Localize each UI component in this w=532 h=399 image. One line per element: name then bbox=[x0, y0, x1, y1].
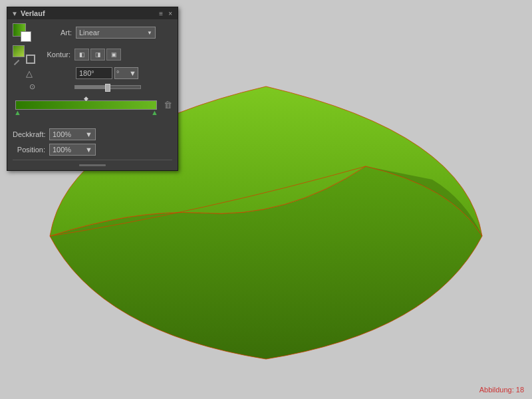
angle-input[interactable] bbox=[76, 67, 112, 79]
art-label: Art: bbox=[39, 29, 76, 37]
kontur-btn-2[interactable]: ◨ bbox=[90, 49, 105, 61]
gradient-stop-left[interactable]: ▲ bbox=[14, 108, 21, 116]
art-row: Art: Linear ▼ bbox=[13, 23, 172, 42]
gradient-bar[interactable] bbox=[15, 100, 157, 110]
gradient-delete-btn[interactable]: 🗑 bbox=[164, 100, 172, 110]
kontur-row: Kontur: ◧ ◨ ▣ bbox=[13, 45, 172, 64]
angle-row: △ ° ▼ bbox=[13, 67, 172, 79]
deckkraft-row: Deckkraft: 100% ▼ bbox=[13, 128, 172, 140]
deckkraft-control: 100% ▼ bbox=[49, 128, 172, 140]
kontur-label: Kontur: bbox=[38, 51, 74, 59]
kontur-btn-3[interactable]: ▣ bbox=[106, 49, 121, 61]
gradient-midpoint[interactable]: ◆ bbox=[84, 95, 88, 102]
resize-handle[interactable] bbox=[79, 164, 106, 166]
art-select[interactable]: Linear ▼ bbox=[76, 27, 156, 39]
gradient-preview[interactable] bbox=[13, 23, 31, 42]
titlebar-left: ▼ Verlauf bbox=[11, 9, 45, 17]
figure-caption-text: Abbildung: 18 bbox=[479, 386, 524, 394]
panel-titlebar[interactable]: ▼ Verlauf ≡ × bbox=[7, 7, 178, 19]
position-row: Position: 100% ▼ bbox=[13, 144, 172, 156]
panel-title: Verlauf bbox=[21, 9, 45, 17]
deckkraft-arrow: ▼ bbox=[85, 130, 92, 138]
deckkraft-select[interactable]: 100% ▼ bbox=[49, 128, 96, 140]
aspect-control bbox=[74, 85, 172, 89]
position-value: 100% bbox=[53, 146, 71, 154]
art-select-value: Linear bbox=[79, 29, 100, 37]
aspect-row: ⊙ bbox=[13, 82, 172, 91]
deckkraft-label: Deckkraft: bbox=[13, 130, 49, 138]
position-label: Position: bbox=[13, 146, 49, 154]
aspect-icon: ⊙ bbox=[29, 82, 35, 91]
position-select[interactable]: 100% ▼ bbox=[49, 144, 96, 156]
gradient-bar-wrapper: ◆ ▲ ▲ bbox=[15, 100, 157, 110]
panel-collapse-icon[interactable]: ▼ bbox=[11, 10, 18, 17]
titlebar-icons: ≡ × bbox=[158, 10, 174, 17]
art-select-arrow: ▼ bbox=[147, 30, 152, 36]
angle-control: ° ▼ bbox=[76, 67, 172, 79]
deckkraft-value: 100% bbox=[53, 130, 71, 138]
slider-handle[interactable] bbox=[105, 84, 110, 92]
gradient-bar-row: ◆ ▲ ▲ 🗑 bbox=[13, 94, 172, 119]
position-arrow: ▼ bbox=[85, 146, 92, 154]
gradient-square-back bbox=[21, 31, 31, 42]
panel-body: Art: Linear ▼ Kontur: ◧ ◨ ▣ bbox=[7, 19, 178, 170]
kontur-icons: ◧ ◨ ▣ bbox=[74, 49, 172, 61]
fill-square bbox=[13, 45, 25, 57]
stroke-square bbox=[26, 55, 35, 64]
gradient-stop-right[interactable]: ▲ bbox=[151, 108, 158, 116]
angle-icon: △ bbox=[26, 68, 33, 78]
panel-close-icon[interactable]: × bbox=[167, 10, 174, 17]
stroke-fill-icons[interactable] bbox=[13, 45, 35, 64]
art-control: Linear ▼ bbox=[76, 27, 172, 39]
panel-menu-icon[interactable]: ≡ bbox=[158, 10, 164, 17]
figure-caption: Abbildung: 18 bbox=[479, 386, 524, 394]
verlauf-panel: ▼ Verlauf ≡ × Art: Linear ▼ bbox=[7, 7, 178, 171]
position-control: 100% ▼ bbox=[49, 144, 172, 156]
aspect-slider[interactable] bbox=[74, 85, 141, 89]
kontur-btn-1[interactable]: ◧ bbox=[74, 49, 89, 61]
angle-unit-value: ° bbox=[116, 69, 119, 77]
panel-separator bbox=[13, 160, 172, 160]
angle-unit-arrow: ▼ bbox=[129, 69, 136, 77]
swap-icon bbox=[14, 60, 19, 65]
angle-unit-select[interactable]: ° ▼ bbox=[114, 67, 138, 79]
